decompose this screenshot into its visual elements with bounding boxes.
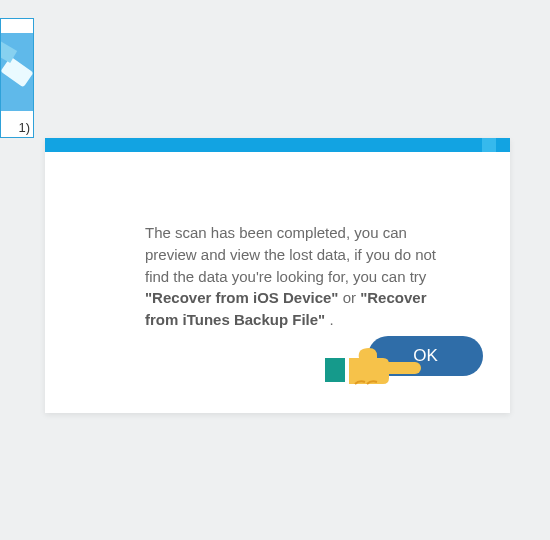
dialog-text-suffix: .: [329, 311, 333, 328]
thumbnail-caption: 1): [0, 120, 30, 135]
scan-complete-dialog: The scan has been completed, you can pre…: [45, 138, 510, 413]
svg-rect-0: [325, 358, 347, 382]
dialog-text-pre: The scan has been completed, you can pre…: [145, 224, 436, 285]
thumbnail-image: [1, 33, 33, 111]
dialog-message: The scan has been completed, you can pre…: [45, 152, 510, 331]
svg-rect-1: [345, 358, 349, 382]
dialog-option-ios-device: "Recover from iOS Device": [145, 289, 338, 306]
ok-button[interactable]: OK: [368, 336, 483, 376]
dialog-titlebar: [45, 138, 510, 152]
dialog-text-connector: or: [343, 289, 361, 306]
